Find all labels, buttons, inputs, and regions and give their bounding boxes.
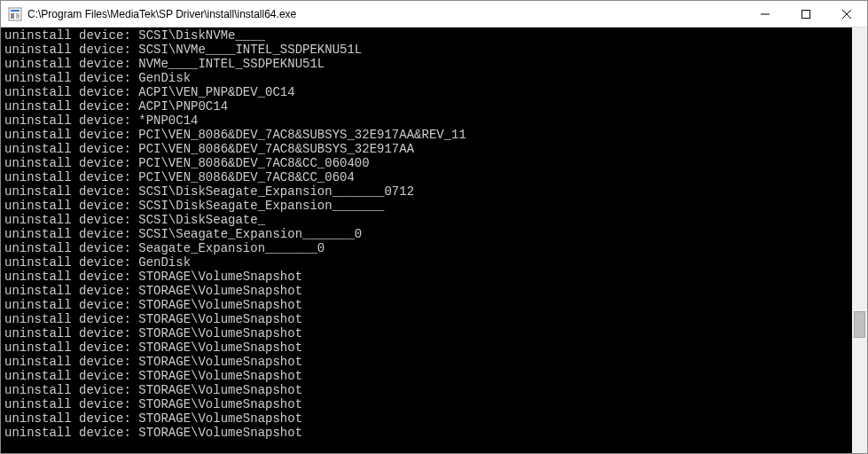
close-icon <box>842 10 851 19</box>
app-icon <box>8 7 22 21</box>
window-controls <box>745 1 867 27</box>
console-area: uninstall device: SCSI\DiskNVMe____ unin… <box>1 27 867 453</box>
vertical-scrollbar[interactable] <box>852 27 867 453</box>
svg-rect-3 <box>16 13 20 19</box>
svg-rect-2 <box>11 13 14 19</box>
scrollbar-thumb[interactable] <box>854 311 865 338</box>
minimize-button[interactable] <box>745 1 786 27</box>
window-frame: C:\Program Files\MediaTek\SP Driver\inst… <box>0 0 868 454</box>
close-button[interactable] <box>826 1 867 27</box>
svg-rect-5 <box>802 10 810 18</box>
maximize-icon <box>802 10 810 19</box>
svg-rect-1 <box>11 10 20 12</box>
titlebar[interactable]: C:\Program Files\MediaTek\SP Driver\inst… <box>1 1 867 27</box>
console-output[interactable]: uninstall device: SCSI\DiskNVMe____ unin… <box>1 27 852 453</box>
window-title: C:\Program Files\MediaTek\SP Driver\inst… <box>27 8 296 20</box>
maximize-button[interactable] <box>786 1 826 27</box>
minimize-icon <box>761 10 770 19</box>
